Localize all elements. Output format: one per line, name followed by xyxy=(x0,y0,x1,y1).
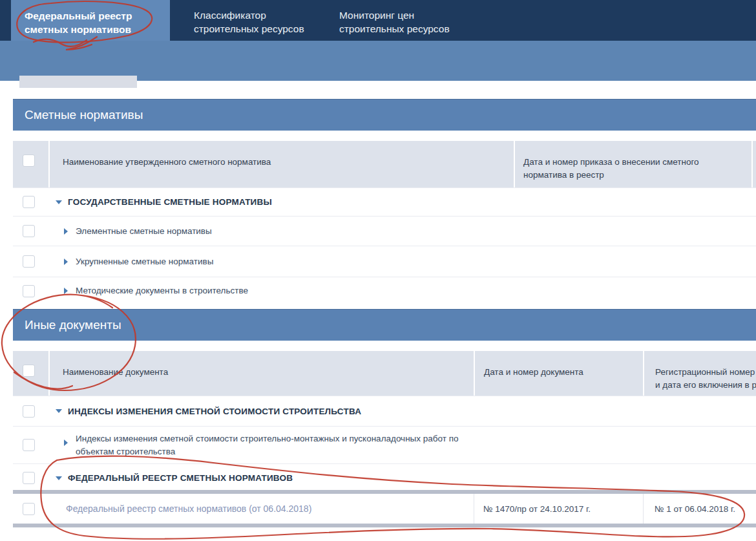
top-tab-classifier[interactable]: Классификатор строительных ресурсов xyxy=(194,8,323,36)
triangle-right-icon[interactable] xyxy=(64,259,68,265)
column-header-extra xyxy=(751,141,756,187)
section-title: Иные документы xyxy=(13,309,756,341)
active-tab-indicator xyxy=(19,76,137,88)
table-row[interactable]: ФЕДЕРАЛЬНЫЙ РЕЕСТР СМЕТНЫХ НОРМАТИВОВ xyxy=(13,463,756,492)
registry-document-row[interactable]: Федеральный реестр сметных нормативов (о… xyxy=(13,494,756,524)
table-row[interactable]: Индексы изменения сметной стоимости стро… xyxy=(13,426,756,463)
row-checkbox[interactable] xyxy=(23,405,35,418)
registration-number-date: № 1 от 06.04.2018 г. xyxy=(655,504,735,514)
row-checkbox[interactable] xyxy=(23,255,35,268)
column-header-name: Наименование утвержденного сметного норм… xyxy=(48,141,514,187)
triangle-down-icon[interactable] xyxy=(56,200,62,204)
row-checkbox[interactable] xyxy=(23,225,35,237)
header-checkbox-cell xyxy=(13,351,48,396)
table-row[interactable]: ГОСУДАРСТВЕННЫЕ СМЕТНЫЕ НОРМАТИВЫ xyxy=(13,187,756,216)
triangle-down-icon[interactable] xyxy=(56,409,62,413)
table-row[interactable]: Методические документы в строительстве xyxy=(13,277,756,304)
row-checkbox[interactable] xyxy=(23,472,35,484)
top-tab-price-monitoring[interactable]: Мониторинг цен строительных ресурсов xyxy=(339,8,468,36)
document-date-number: № 1470/пр от 24.10.2017 г. xyxy=(483,504,591,514)
top-tab-federal-registry[interactable]: Федеральный реестр сметных нормативов xyxy=(11,0,170,41)
table-header-row: Наименование документа Дата и номер доку… xyxy=(13,351,756,396)
page: Федеральный реестр сметных нормативов Кл… xyxy=(0,0,756,541)
triangle-down-icon[interactable] xyxy=(56,476,62,480)
table-header-row: Наименование утвержденного сметного норм… xyxy=(13,141,756,187)
select-all-checkbox[interactable] xyxy=(23,154,35,167)
row-checkbox[interactable] xyxy=(23,196,35,208)
top-header: Федеральный реестр сметных нормативов Кл… xyxy=(0,0,756,41)
section-header-other-documents: Иные документы xyxy=(13,309,756,341)
triangle-right-icon[interactable] xyxy=(64,228,68,235)
row-checkbox[interactable] xyxy=(23,439,35,451)
registry-document-link[interactable]: Федеральный реестр сметных нормативов (о… xyxy=(66,504,311,514)
section-title: Сметные нормативы xyxy=(13,99,756,131)
column-header-order: Дата и номер приказа о внесении сметного… xyxy=(514,141,751,187)
section-header-smeta-normativy: Сметные нормативы xyxy=(13,99,756,131)
other-documents-table: Наименование документа Дата и номер доку… xyxy=(13,351,756,492)
column-header-date: Дата и номер документа xyxy=(474,351,643,396)
select-all-checkbox[interactable] xyxy=(23,365,35,377)
triangle-right-icon[interactable] xyxy=(64,288,68,294)
table-row[interactable]: Элементные сметные нормативы xyxy=(13,216,756,246)
top-tab-federal-registry-label: Федеральный реестр сметных нормативов xyxy=(11,0,141,36)
triangle-right-icon[interactable] xyxy=(64,440,68,446)
row-checkbox[interactable] xyxy=(23,285,35,297)
column-header-registration: Регистрационный номер и дата его включен… xyxy=(643,351,756,396)
row-checkbox[interactable] xyxy=(23,503,35,515)
section-nav: Сметные нормативы Сметные нормы Норматив… xyxy=(0,41,756,81)
column-header-name: Наименование документа xyxy=(48,351,474,396)
smeta-normativy-table: Наименование утвержденного сметного норм… xyxy=(13,141,756,304)
header-checkbox-cell xyxy=(13,141,48,187)
divider-bar xyxy=(13,524,756,527)
table-row[interactable]: Укрупненные сметные нормативы xyxy=(13,246,756,277)
table-row[interactable]: ИНДЕКСЫ ИЗМЕНЕНИЯ СМЕТНОЙ СТОИМОСТИ СТРО… xyxy=(13,396,756,426)
